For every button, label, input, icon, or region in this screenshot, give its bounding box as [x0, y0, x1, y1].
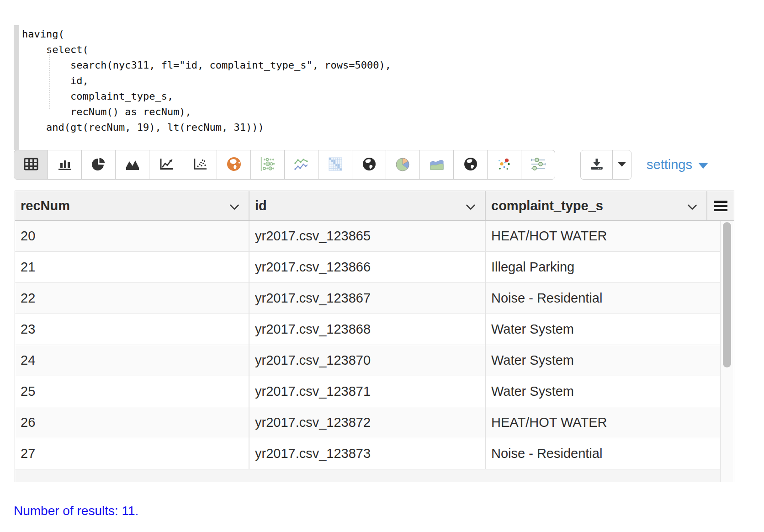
cell-complaint_type_s: Water System	[486, 376, 720, 407]
pie-chart-button[interactable]	[81, 150, 116, 180]
pie-chart-icon	[91, 157, 106, 173]
globe-black-2-icon	[463, 156, 478, 174]
results-count-text: Number of results: 11.	[14, 504, 138, 518]
area-chart-icon	[125, 157, 140, 173]
cell-id: yr2017.csv_123868	[249, 314, 486, 345]
multi-line-chart-icon	[293, 156, 310, 174]
column-label: id	[255, 198, 267, 213]
chevron-down-icon[interactable]	[687, 198, 697, 213]
parallel-sliders-icon	[530, 156, 546, 174]
table-row[interactable]: 24yr2017.csv_123870Water System	[15, 345, 720, 376]
cell-id: yr2017.csv_123865	[249, 221, 486, 251]
settings-dropdown[interactable]: settings	[647, 150, 708, 180]
cell-recNum: 20	[15, 221, 249, 251]
heatmap-button[interactable]	[318, 150, 352, 180]
pie-chart-color-icon	[395, 156, 411, 174]
globe-black-button[interactable]	[352, 150, 386, 180]
line-chart-button[interactable]	[149, 150, 183, 180]
download-options-button[interactable]	[612, 150, 631, 180]
cell-complaint_type_s: Noise - Residential	[486, 438, 720, 469]
cell-recNum: 25	[15, 376, 249, 407]
bubble-grid-icon	[260, 156, 276, 174]
bubble-grid-button[interactable]	[250, 150, 285, 180]
globe-black-icon	[361, 156, 377, 174]
cell-recNum: 21	[15, 252, 249, 282]
table-row[interactable]: 22yr2017.csv_123867Noise - Residential	[15, 283, 720, 314]
cell-id: yr2017.csv_123871	[249, 376, 486, 407]
bar-chart-icon	[57, 157, 73, 173]
cell-id: yr2017.csv_123873	[249, 438, 486, 469]
visualization-toolbar	[14, 150, 555, 180]
table-row[interactable]: 21yr2017.csv_123866Illegal Parking	[15, 252, 720, 283]
column-header-id[interactable]: id	[249, 191, 486, 220]
table-bottom-strip	[15, 469, 734, 482]
table-row[interactable]: 26yr2017.csv_123872HEAT/HOT WATER	[15, 407, 720, 438]
table-header-row: recNum id complaint_type_s	[15, 191, 734, 221]
table-row[interactable]: 23yr2017.csv_123868Water System	[15, 314, 720, 345]
parallel-sliders-button[interactable]	[521, 150, 555, 180]
caret-down-icon	[617, 161, 627, 169]
table-row[interactable]: 25yr2017.csv_123871Water System	[15, 376, 720, 407]
column-label: complaint_type_s	[491, 198, 603, 213]
hamburger-menu-icon	[714, 199, 727, 213]
line-chart-icon	[159, 157, 174, 173]
columns-menu-button[interactable]	[707, 191, 734, 220]
cell-recNum: 24	[15, 345, 249, 376]
vertical-scrollbar-thumb[interactable]	[723, 222, 731, 367]
cell-complaint_type_s: Water System	[486, 345, 720, 376]
download-split-button	[580, 150, 631, 180]
cell-complaint_type_s: Noise - Residential	[486, 283, 720, 314]
map-globe-orange-button[interactable]	[217, 150, 251, 180]
scatter-plot-button[interactable]	[183, 150, 217, 180]
cell-id: yr2017.csv_123866	[249, 252, 486, 282]
download-icon	[590, 158, 604, 172]
globe-orange-icon	[226, 156, 242, 174]
heatmap-icon	[328, 156, 343, 174]
area-chart-color-icon	[429, 157, 445, 173]
scatter-color-button[interactable]	[487, 150, 521, 180]
indent-guide-line	[49, 48, 50, 109]
cell-recNum: 27	[15, 438, 249, 469]
area-chart-button[interactable]	[115, 150, 149, 180]
vertical-scrollbar-track[interactable]	[720, 221, 734, 482]
scatter-plot-icon	[192, 157, 208, 173]
pie-chart-color-button[interactable]	[386, 150, 420, 180]
chevron-down-icon[interactable]	[466, 198, 476, 213]
column-header-recnum[interactable]: recNum	[15, 191, 249, 220]
table-view-button[interactable]	[14, 150, 48, 180]
area-chart-color-button[interactable]	[419, 150, 454, 180]
table-body: 20yr2017.csv_123865HEAT/HOT WATER21yr201…	[15, 221, 720, 469]
table-icon	[23, 157, 39, 173]
results-table: recNum id complaint_type_s 20yr2017.csv_…	[15, 191, 734, 482]
bar-chart-button[interactable]	[48, 150, 82, 180]
download-button[interactable]	[580, 150, 613, 180]
settings-label: settings	[647, 157, 692, 172]
cell-id: yr2017.csv_123867	[249, 283, 486, 314]
cell-complaint_type_s: HEAT/HOT WATER	[486, 407, 720, 438]
cell-recNum: 22	[15, 283, 249, 314]
cell-id: yr2017.csv_123872	[249, 407, 486, 438]
column-header-complaint-type[interactable]: complaint_type_s	[486, 191, 707, 220]
query-code-block[interactable]: having( select( search(nyc311, fl="id, c…	[14, 25, 561, 150]
settings-caret-icon	[698, 163, 708, 169]
cell-id: yr2017.csv_123870	[249, 345, 486, 376]
table-row[interactable]: 27yr2017.csv_123873Noise - Residential	[15, 438, 720, 469]
multi-line-chart-button[interactable]	[284, 150, 318, 180]
table-row[interactable]: 20yr2017.csv_123865HEAT/HOT WATER	[15, 221, 720, 252]
cell-complaint_type_s: Water System	[486, 314, 720, 345]
column-label: recNum	[21, 198, 70, 213]
cell-recNum: 26	[15, 407, 249, 438]
globe-black-2-button[interactable]	[453, 150, 488, 180]
chevron-down-icon[interactable]	[229, 198, 239, 213]
cell-complaint_type_s: HEAT/HOT WATER	[486, 221, 720, 251]
scatter-color-icon	[496, 156, 513, 174]
cell-recNum: 23	[15, 314, 249, 345]
cell-complaint_type_s: Illegal Parking	[486, 252, 720, 282]
